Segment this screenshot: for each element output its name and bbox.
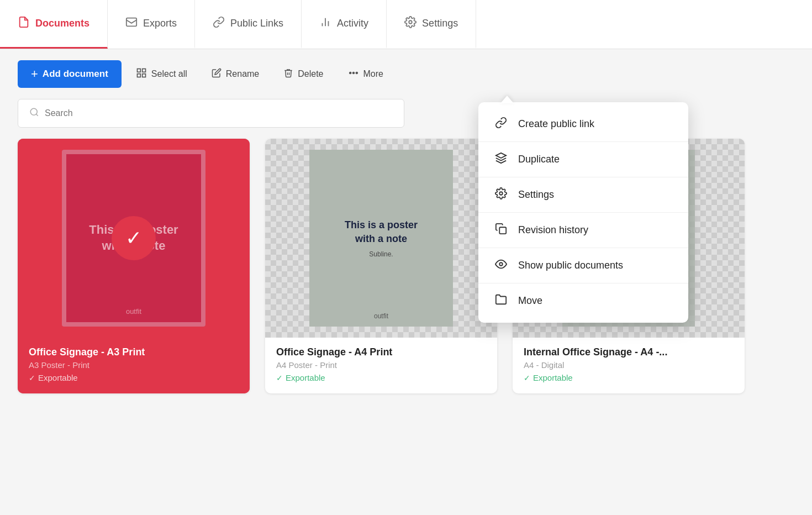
- doc-title-2: Office Signage - A4 Print: [276, 346, 486, 358]
- exportable-label-3: Exportable: [533, 373, 573, 382]
- select-all-label: Select all: [151, 69, 187, 79]
- rename-button[interactable]: Rename: [202, 62, 269, 86]
- exportable-check-3: ✓: [524, 374, 530, 382]
- svg-marker-14: [496, 153, 506, 158]
- svg-rect-7: [137, 73, 140, 77]
- doc-subtitle-1: A3 Poster - Print: [29, 360, 239, 370]
- menu-item-show-public-docs[interactable]: Show public documents: [478, 248, 688, 283]
- exportable-check-1: ✓: [29, 374, 35, 382]
- menu-item-duplicate[interactable]: Duplicate: [478, 142, 688, 177]
- dropdown-arrow: [500, 96, 514, 103]
- exportable-label-1: Exportable: [38, 373, 78, 382]
- documents-icon: [18, 16, 30, 31]
- doc-info-1: Office Signage - A3 Print A3 Poster - Pr…: [18, 338, 250, 393]
- tab-settings[interactable]: Settings: [387, 0, 476, 49]
- copy-icon: [494, 223, 508, 238]
- svg-rect-8: [143, 73, 146, 77]
- svg-rect-0: [126, 18, 136, 27]
- rename-label: Rename: [226, 69, 259, 79]
- tab-public-links-label: Public Links: [230, 18, 283, 29]
- tab-public-links[interactable]: Public Links: [195, 0, 302, 49]
- delete-label: Delete: [298, 69, 323, 79]
- tab-exports-label: Exports: [143, 18, 177, 29]
- doc-thumbnail-2: This is a posterwith a note Subline. out…: [265, 139, 497, 338]
- menu-item-revision-history[interactable]: Revision history: [478, 213, 688, 248]
- svg-point-11: [356, 72, 357, 73]
- poster-text-2: This is a posterwith a note: [331, 218, 431, 246]
- public-links-icon: [213, 16, 225, 31]
- delete-icon: [283, 68, 293, 81]
- exportable-label-2: Exportable: [286, 373, 325, 382]
- exportable-check-2: ✓: [276, 374, 283, 382]
- menu-label-settings: Settings: [518, 189, 554, 201]
- search-input[interactable]: [45, 108, 393, 118]
- more-button[interactable]: More: [338, 62, 393, 87]
- search-box: [18, 99, 404, 128]
- selected-check-overlay: ✓: [112, 216, 156, 260]
- document-card-1[interactable]: This is a posterwith a note outfit ✓ Off…: [18, 139, 250, 393]
- toolbar: + Add document Select all Rename Delete …: [0, 49, 812, 99]
- doc-exportable-3: ✓ Exportable: [524, 373, 734, 382]
- more-icon: [348, 67, 359, 81]
- rename-icon: [212, 68, 222, 81]
- more-dropdown-menu: Create public link Duplicate Settings Re…: [478, 102, 688, 323]
- menu-label-create-public-link: Create public link: [518, 118, 594, 130]
- menu-item-create-public-link[interactable]: Create public link: [478, 107, 688, 141]
- folder-icon: [494, 293, 508, 308]
- select-all-button[interactable]: Select all: [126, 62, 197, 87]
- doc-exportable-2: ✓ Exportable: [276, 373, 486, 382]
- tab-activity[interactable]: Activity: [302, 0, 387, 49]
- delete-button[interactable]: Delete: [273, 62, 333, 86]
- svg-point-9: [349, 72, 351, 73]
- link-icon: [494, 117, 508, 132]
- svg-rect-6: [143, 69, 146, 72]
- tab-activity-label: Activity: [337, 18, 368, 29]
- settings-icon: [404, 16, 416, 31]
- tab-documents-label: Documents: [35, 18, 89, 29]
- layers-icon: [494, 152, 508, 167]
- more-label: More: [363, 69, 383, 79]
- exports-icon: [125, 16, 138, 31]
- menu-label-show-public-docs: Show public documents: [518, 260, 623, 271]
- document-card-2[interactable]: This is a posterwith a note Subline. out…: [265, 139, 497, 393]
- doc-title-3: Internal Office Signage - A4 -...: [524, 346, 734, 358]
- tab-settings-label: Settings: [422, 18, 458, 29]
- doc-thumbnail-1: This is a posterwith a note outfit ✓: [18, 139, 250, 338]
- doc-info-2: Office Signage - A4 Print A4 Poster - Pr…: [265, 338, 497, 393]
- menu-label-move: Move: [518, 295, 542, 307]
- doc-exportable-1: ✓ Exportable: [29, 373, 239, 382]
- poster-brand-2: outfit: [374, 312, 388, 320]
- top-nav: Documents Exports Public Links Activity …: [0, 0, 812, 49]
- plus-icon: +: [31, 67, 38, 81]
- search-area: [0, 99, 812, 139]
- doc-subtitle-3: A4 - Digital: [524, 360, 734, 370]
- svg-point-15: [499, 192, 503, 195]
- doc-info-3: Internal Office Signage - A4 -... A4 - D…: [513, 338, 745, 393]
- svg-point-17: [499, 262, 503, 266]
- doc-subtitle-2: A4 Poster - Print: [276, 360, 486, 370]
- menu-item-move[interactable]: Move: [478, 283, 688, 318]
- menu-item-settings[interactable]: Settings: [478, 177, 688, 212]
- search-icon: [29, 107, 39, 119]
- eye-icon: [494, 258, 508, 273]
- document-grid: This is a posterwith a note outfit ✓ Off…: [0, 139, 812, 411]
- select-all-icon: [136, 67, 147, 81]
- menu-label-duplicate: Duplicate: [518, 154, 560, 165]
- tab-documents[interactable]: Documents: [0, 0, 108, 49]
- svg-rect-5: [137, 69, 140, 72]
- doc-title-1: Office Signage - A3 Print: [29, 346, 239, 358]
- menu-label-revision-history: Revision history: [518, 224, 588, 236]
- gear-icon: [494, 187, 508, 202]
- svg-line-13: [36, 114, 38, 115]
- tab-exports[interactable]: Exports: [108, 0, 195, 49]
- poster-inner-2: This is a posterwith a note Subline. out…: [309, 150, 453, 327]
- svg-rect-16: [499, 227, 506, 234]
- svg-point-4: [409, 20, 412, 24]
- add-document-button[interactable]: + Add document: [18, 60, 122, 88]
- poster-sub-2: Subline.: [369, 250, 393, 258]
- svg-point-12: [30, 108, 37, 115]
- svg-point-10: [352, 72, 354, 73]
- checkmark-icon: ✓: [125, 227, 142, 250]
- poster-brand-1: outfit: [126, 307, 141, 316]
- add-document-label: Add document: [43, 69, 108, 80]
